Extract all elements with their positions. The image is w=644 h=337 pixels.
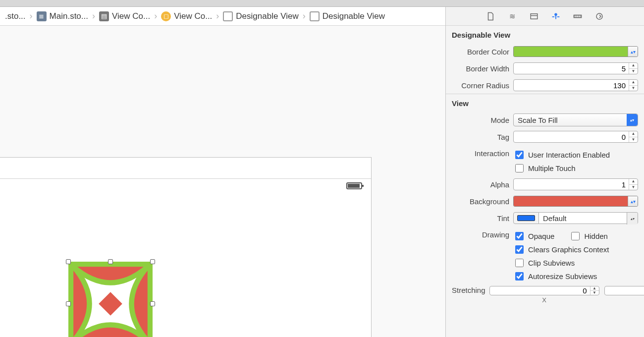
tint-select[interactable]: Default ▴▾ [513, 212, 638, 224]
check-label: Opaque [528, 232, 554, 240]
device-frame [0, 157, 372, 337]
user-interaction-check[interactable]: User Interaction Enabled [513, 149, 638, 161]
multiple-touch-check[interactable]: Multiple Touch [513, 163, 638, 174]
stretching-label: Stretching [452, 286, 485, 294]
crumb-label: View Co... [112, 11, 150, 21]
stepper-icon[interactable]: ▴▾ [628, 196, 638, 206]
mode-value: Scale To Fill [518, 116, 634, 124]
crumb-label: Designable View [236, 11, 298, 21]
mode-select[interactable]: Scale To Fill ▴▾ [513, 113, 638, 126]
chevron-right-icon: › [153, 11, 158, 21]
tint-value: Default [543, 214, 567, 223]
stretch-x-field[interactable] [490, 286, 590, 295]
select-arrow-icon: ▴▾ [627, 114, 638, 126]
file-inspector-icon[interactable] [485, 11, 496, 22]
inspector-tabs: ≋ [446, 7, 644, 26]
background-color-well[interactable]: ▴▾ [513, 196, 638, 207]
connections-inspector-icon[interactable] [594, 11, 605, 22]
stepper[interactable]: ▲▼ [629, 131, 638, 142]
corner-radius-input[interactable]: ▲▼ [513, 79, 638, 91]
chevron-right-icon: › [215, 11, 220, 21]
stepper[interactable]: ▲▼ [590, 286, 599, 295]
stepper[interactable]: ▲▼ [629, 80, 638, 91]
tint-swatch [513, 212, 539, 224]
hidden-check[interactable]: Hidden [569, 230, 608, 242]
tag-input[interactable]: ▲▼ [513, 131, 638, 143]
stretch-y-field[interactable] [605, 286, 644, 295]
tag-field[interactable] [514, 131, 629, 142]
stepper[interactable]: ▲▼ [629, 179, 638, 190]
check-label: Clip Subviews [528, 259, 575, 267]
canvas[interactable]: ◻ ➔ [0, 26, 445, 337]
battery-icon [346, 182, 362, 189]
select-arrow-icon: ▴▾ [627, 213, 638, 225]
alpha-label: Alpha [452, 180, 509, 189]
crumb-item[interactable]: Designable View [307, 7, 388, 25]
quickhelp-inspector-icon[interactable]: ≋ [507, 11, 518, 22]
crumb-item[interactable]: Designable View [220, 7, 301, 25]
window-titlebar [0, 0, 644, 7]
crumb-label: .sto... [5, 11, 26, 21]
resize-handle[interactable] [150, 259, 155, 264]
border-color-well[interactable]: ▴▾ [513, 46, 638, 57]
border-color-label: Border Color [452, 48, 509, 56]
svg-rect-2 [531, 13, 537, 19]
resize-handle[interactable] [108, 259, 113, 264]
border-width-field[interactable] [514, 63, 629, 74]
check-label: User Interaction Enabled [528, 151, 610, 159]
section-header: View [446, 94, 644, 112]
breadcrumb: .sto... › ≣ Main.sto... › ▤ View Co... ›… [0, 7, 445, 26]
stretch-x-input[interactable]: ▲▼ [489, 286, 599, 295]
check-label: Autoresize Subviews [528, 272, 597, 281]
crumb-item[interactable]: .sto... [2, 7, 29, 25]
border-width-label: Border Width [452, 64, 509, 73]
interaction-label: Interaction [452, 149, 509, 158]
chevron-right-icon: › [91, 11, 96, 21]
crumb-label: Main.sto... [50, 11, 88, 21]
statusbar [346, 182, 362, 189]
resize-handle[interactable] [66, 301, 71, 306]
identity-inspector-icon[interactable] [529, 11, 539, 22]
tint-label: Tint [452, 214, 509, 223]
crumb-item[interactable]: ≣ Main.sto... [34, 7, 91, 25]
clip-subviews-check[interactable]: Clip Subviews [513, 257, 638, 269]
svg-point-4 [554, 13, 557, 15]
opaque-check[interactable]: Opaque [513, 230, 554, 242]
crumb-label: Designable View [322, 11, 385, 21]
crumb-item[interactable]: ◻ View Co... [158, 7, 215, 25]
check-label: Multiple Touch [528, 164, 576, 172]
stretch-x-sublabel: X [542, 296, 546, 304]
corner-radius-label: Corner Radius [452, 81, 509, 90]
check-label: Clears Graphics Context [528, 245, 609, 254]
chevron-right-icon: › [29, 11, 34, 21]
border-width-input[interactable]: ▲▼ [513, 62, 638, 74]
scene-icon: ▤ [99, 11, 109, 21]
view-icon [223, 11, 233, 21]
clears-graphics-check[interactable]: Clears Graphics Context [513, 244, 638, 255]
selected-view[interactable] [68, 262, 153, 337]
view-icon [310, 11, 320, 21]
stepper[interactable]: ▲▼ [629, 63, 638, 74]
inspector-panel: ≋ Designable View Border Color ▴▾ Border… [446, 7, 644, 337]
drawing-label: Drawing [452, 230, 509, 239]
check-label: Hidden [584, 232, 608, 240]
stepper-icon[interactable]: ▴▾ [628, 47, 638, 56]
mode-label: Mode [452, 116, 509, 124]
background-label: Background [452, 197, 509, 206]
chevron-right-icon: › [302, 11, 307, 21]
stretch-y-input[interactable]: ▲▼ [604, 286, 644, 295]
corner-radius-field[interactable] [514, 80, 629, 91]
autoresize-check[interactable]: Autoresize Subviews [513, 271, 638, 282]
crumb-label: View Co... [174, 11, 212, 21]
tag-label: Tag [452, 133, 509, 141]
storyboard-icon: ≣ [37, 11, 47, 21]
size-inspector-icon[interactable] [572, 11, 583, 22]
alpha-input[interactable]: ▲▼ [513, 178, 638, 190]
crumb-item[interactable]: ▤ View Co... [96, 7, 153, 25]
section-header: Designable View [446, 26, 644, 43]
alpha-field[interactable] [514, 179, 629, 190]
resize-handle[interactable] [66, 259, 71, 264]
viewcontroller-icon: ◻ [161, 11, 171, 21]
resize-handle[interactable] [150, 301, 155, 306]
attributes-inspector-icon[interactable] [550, 11, 561, 22]
